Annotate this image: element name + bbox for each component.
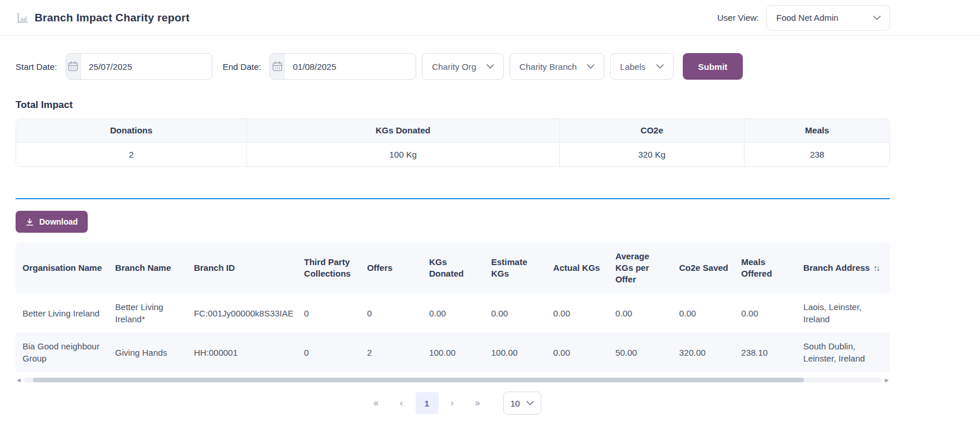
- app-header: Branch Impact Charity report User View: …: [0, 0, 980, 36]
- column-header-branch-name: Branch Name: [109, 243, 187, 293]
- column-header-branch-address[interactable]: Branch Address↑↓: [796, 243, 890, 293]
- column-header-average-kgs-per-offer: Average KGs per Offer: [608, 243, 672, 293]
- user-view-label: User View:: [717, 13, 759, 23]
- impact-column-donations: Donations: [16, 119, 246, 142]
- charity-branch-dropdown[interactable]: Charity Branch: [510, 53, 604, 80]
- impact-column-kgs-donated: KGs Donated: [246, 119, 559, 142]
- cell-co2e-saved: 0.00: [672, 293, 735, 333]
- cell-average-kgs-per-offer: 50.00: [608, 333, 672, 372]
- user-view-select[interactable]: Food Net Admin: [766, 5, 890, 31]
- start-date-label: Start Date:: [16, 62, 57, 72]
- calendar-icon[interactable]: [66, 54, 81, 79]
- cell-meals-offered: 238.10: [734, 333, 796, 372]
- filters-bar: Start Date: End Date:: [16, 53, 890, 80]
- section-divider: [16, 198, 890, 199]
- cell-kgs-donated: 100.00: [422, 333, 484, 372]
- column-header-third-party-collections: Third Party Collections: [297, 243, 360, 293]
- cell-offers: 0: [360, 293, 422, 333]
- scroll-left-icon[interactable]: ◄: [16, 377, 22, 383]
- chevron-down-icon: [656, 64, 664, 69]
- charity-org-label: Charity Org: [432, 62, 476, 72]
- cell-actual-kgs: 0.00: [547, 333, 609, 372]
- impact-value-donations: 2: [16, 142, 246, 166]
- column-header-kgs-donated: KGs Donated: [422, 243, 484, 293]
- horizontal-scrollbar[interactable]: ◄ ►: [16, 377, 890, 383]
- column-header-estimate-kgs: Estimate KGs: [484, 243, 547, 293]
- impact-value-co2e: 320 Kg: [559, 142, 745, 166]
- start-date-input[interactable]: [81, 54, 212, 79]
- table-row: Better Living Ireland Better Living Irel…: [16, 293, 890, 333]
- column-header-actual-kgs: Actual KGs: [547, 243, 609, 293]
- bar-chart-icon: [16, 12, 28, 24]
- chevron-down-icon: [873, 16, 881, 20]
- user-view-selected-value: Food Net Admin: [776, 13, 839, 23]
- cell-organisation-name: Better Living Ireland: [16, 293, 109, 333]
- total-impact-heading: Total Impact: [16, 99, 980, 111]
- cell-meals-offered: 0.00: [734, 293, 796, 333]
- cell-third-party-collections: 0: [297, 293, 360, 333]
- chevron-down-icon: [587, 64, 594, 69]
- scrollbar-thumb[interactable]: [33, 378, 805, 382]
- cell-branch-name: Giving Hands: [109, 333, 187, 372]
- cell-average-kgs-per-offer: 0.00: [608, 293, 672, 333]
- last-page-button[interactable]: »: [466, 392, 489, 414]
- start-date-group: [66, 53, 212, 80]
- impact-column-co2e: CO2e: [559, 119, 745, 142]
- next-page-button[interactable]: ›: [441, 392, 464, 414]
- table-header-row: Organisation Name Branch Name Branch ID …: [16, 243, 890, 293]
- labels-label: Labels: [620, 62, 645, 72]
- cell-branch-name: Better Living Ireland*: [109, 293, 187, 333]
- download-label: Download: [39, 217, 78, 226]
- column-header-offers: Offers: [360, 243, 422, 293]
- cell-actual-kgs: 0.00: [547, 293, 609, 333]
- cell-estimate-kgs: 0.00: [484, 293, 547, 333]
- end-date-label: End Date:: [223, 62, 261, 72]
- total-impact-table: Donations KGs Donated CO2e Meals 2 100 K…: [16, 118, 890, 167]
- page-size-select[interactable]: 10: [503, 392, 541, 415]
- cell-organisation-name: Bia Good neighbour Group: [16, 333, 109, 372]
- impact-column-meals: Meals: [745, 119, 889, 142]
- cell-estimate-kgs: 100.00: [484, 333, 547, 372]
- sort-icon[interactable]: ↑↓: [873, 263, 879, 273]
- table-row: Bia Good neighbour Group Giving Hands HH…: [16, 333, 890, 372]
- column-header-branch-id: Branch ID: [187, 243, 297, 293]
- cell-branch-id: HH:000001: [187, 333, 297, 372]
- labels-dropdown[interactable]: Labels: [610, 53, 673, 80]
- impact-value-meals: 238: [745, 142, 889, 166]
- prev-page-button[interactable]: ‹: [390, 392, 413, 414]
- cell-third-party-collections: 0: [297, 333, 360, 372]
- end-date-input[interactable]: [285, 54, 416, 79]
- end-date-group: [270, 53, 416, 80]
- cell-co2e-saved: 320.00: [672, 333, 735, 372]
- charity-org-dropdown[interactable]: Charity Org: [422, 53, 504, 80]
- column-header-meals-offered: Meals Offered: [734, 243, 796, 293]
- page-size-value: 10: [510, 398, 520, 408]
- charity-branch-label: Charity Branch: [519, 62, 577, 72]
- column-header-organisation-name: Organisation Name: [16, 243, 109, 293]
- calendar-icon[interactable]: [270, 54, 285, 79]
- page-title: Branch Impact Charity report: [35, 12, 190, 24]
- scrollbar-track[interactable]: [24, 378, 881, 382]
- cell-kgs-donated: 0.00: [422, 293, 484, 333]
- cell-offers: 2: [360, 333, 422, 372]
- cell-branch-id: FC:001Jy00000k8S33IAE: [187, 293, 297, 333]
- chevron-down-icon: [526, 401, 534, 405]
- pagination: « ‹ 1 › » 10: [16, 392, 890, 415]
- download-button[interactable]: Download: [16, 211, 88, 233]
- submit-button[interactable]: Submit: [683, 53, 743, 80]
- impact-value-kgs-donated: 100 Kg: [246, 142, 559, 166]
- column-header-co2e-saved: Co2e Saved: [672, 243, 735, 293]
- cell-branch-address: South Dublin, Leinster, Ireland: [796, 333, 890, 372]
- chevron-down-icon: [487, 64, 494, 69]
- first-page-button[interactable]: «: [365, 392, 388, 414]
- scroll-right-icon[interactable]: ►: [884, 377, 890, 383]
- download-icon: [25, 218, 34, 226]
- impact-value-row: 2 100 Kg 320 Kg 238: [16, 142, 889, 166]
- report-table: Organisation Name Branch Name Branch ID …: [16, 243, 890, 372]
- current-page[interactable]: 1: [416, 392, 439, 414]
- cell-branch-address: Laois, Leinster, Ireland: [796, 293, 890, 333]
